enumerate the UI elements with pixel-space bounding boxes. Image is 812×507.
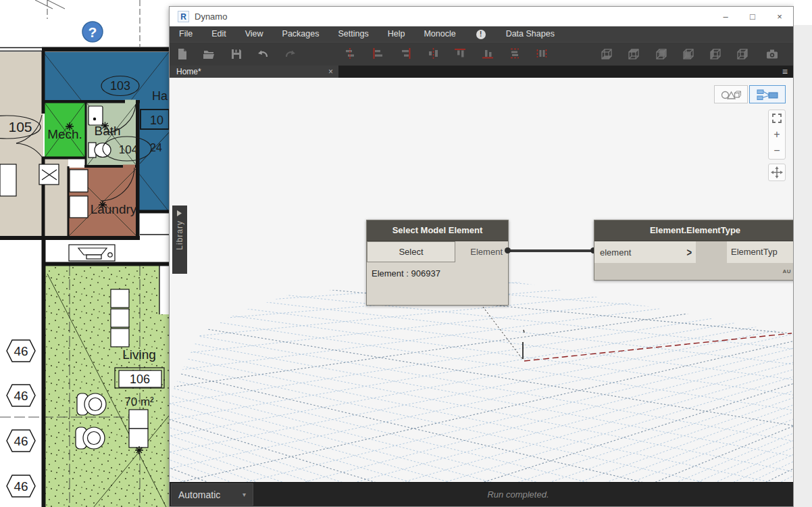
- menu-data-shapes[interactable]: Data Shapes: [497, 26, 564, 42]
- library-flyout-tab[interactable]: Library: [172, 206, 187, 274]
- distribute-horizontal-icon[interactable]: [535, 47, 550, 62]
- library-arrow-icon: [177, 210, 182, 216]
- label-mech: Mech.: [47, 127, 82, 141]
- run-mode-dropdown[interactable]: Automatic ▾: [171, 483, 253, 506]
- fit-view-button[interactable]: [769, 110, 785, 126]
- view-cube-top-icon[interactable]: [626, 47, 641, 62]
- node-header[interactable]: Element.ElementType: [594, 220, 793, 241]
- svg-text:10: 10: [150, 114, 163, 127]
- input-port-label: element: [600, 247, 631, 258]
- grid-bubble-46-2[interactable]: 46: [7, 385, 35, 406]
- zoom-in-button[interactable]: +: [769, 126, 785, 143]
- chevron-right-icon[interactable]: >: [686, 246, 692, 259]
- tab-bar: Home* × ≡: [170, 66, 793, 78]
- open-file-icon[interactable]: [201, 47, 216, 62]
- graph-view-toggle[interactable]: [749, 85, 786, 103]
- lacing-indicator[interactable]: AU: [594, 263, 793, 280]
- pan-button[interactable]: [768, 164, 786, 181]
- menu-file[interactable]: File: [170, 26, 202, 42]
- menu-monocle[interactable]: Monocle: [414, 26, 465, 42]
- menu-bar: File Edit View Packages Settings Help Mo…: [170, 26, 793, 42]
- selected-element-value: Element : 906937: [367, 262, 508, 305]
- graph-canvas[interactable]: Library Select Model Element Select Elem…: [170, 78, 793, 482]
- new-file-icon[interactable]: [175, 47, 190, 62]
- room-fill-beige: [0, 52, 43, 238]
- run-status-text: Run completed.: [457, 483, 579, 506]
- reference-plane-red-line: [524, 333, 792, 361]
- node-body: [696, 241, 727, 263]
- svg-text:46: 46: [14, 344, 28, 358]
- align-bottom-icon[interactable]: [481, 47, 496, 62]
- svg-text:24: 24: [150, 142, 162, 153]
- view-cube-front-icon[interactable]: [681, 47, 696, 62]
- close-button[interactable]: ×: [766, 7, 793, 26]
- zoom-out-button[interactable]: −: [769, 143, 785, 159]
- view-cube-bottom-icon[interactable]: [599, 47, 614, 62]
- svg-text:103: 103: [110, 79, 130, 93]
- bottom-bar: Automatic ▾ Run completed.: [170, 482, 793, 506]
- grid-bubble-46-1[interactable]: 46: [7, 340, 35, 362]
- wire-start-dot[interactable]: [505, 247, 511, 254]
- align-y-center-icon[interactable]: [426, 47, 441, 62]
- label-living: Living: [122, 347, 156, 362]
- chevron-down-icon: ▾: [243, 491, 246, 498]
- node-header[interactable]: Select Model Element: [367, 220, 508, 241]
- input-port-element[interactable]: element >: [594, 241, 696, 263]
- output-port-element[interactable]: Element: [455, 241, 508, 262]
- desktop-margin: [794, 0, 812, 507]
- align-left-icon[interactable]: [371, 47, 386, 62]
- select-element-button[interactable]: Select: [367, 241, 455, 262]
- menu-packages[interactable]: Packages: [273, 26, 329, 42]
- dynamo-window: R Dynamo – □ × File Edit View Packages S…: [169, 6, 794, 507]
- svg-text:?: ?: [88, 24, 97, 40]
- help-icon[interactable]: ?: [82, 22, 103, 42]
- menu-edit[interactable]: Edit: [202, 26, 236, 42]
- grid-bubble-46-4[interactable]: 46: [7, 475, 35, 497]
- label-hall: Ha: [152, 89, 168, 103]
- toolbar: [170, 42, 793, 66]
- window-title: Dynamo: [195, 11, 227, 22]
- node-select-model-element[interactable]: Select Model Element Select Element Elem…: [366, 220, 509, 306]
- save-icon[interactable]: [229, 47, 244, 62]
- output-port-elementtype[interactable]: ElementTyp: [727, 241, 793, 263]
- tab-overflow-menu-icon[interactable]: ≡: [782, 66, 788, 78]
- tab-home-label: Home*: [176, 67, 201, 76]
- room-tag-106[interactable]: 106: [130, 372, 150, 386]
- view-cube-right-icon[interactable]: [735, 47, 750, 62]
- tab-home[interactable]: Home* ×: [170, 66, 338, 78]
- align-right-icon[interactable]: [399, 47, 413, 62]
- revit-logo-icon: R: [178, 11, 189, 22]
- minimize-button[interactable]: –: [712, 7, 739, 26]
- revit-floorplan: 46 46 46 46 103 104 105 10 Ha 24 Mech.: [0, 0, 169, 507]
- align-top-icon[interactable]: [453, 47, 468, 62]
- tab-close-icon[interactable]: ×: [328, 67, 333, 76]
- svg-text:46: 46: [14, 479, 28, 493]
- undo-icon[interactable]: [255, 47, 270, 62]
- library-tab-label: Library: [175, 220, 184, 250]
- view-cube-back-icon[interactable]: [654, 47, 669, 62]
- camera-export-icon[interactable]: [765, 47, 780, 62]
- redo-icon[interactable]: [283, 47, 298, 62]
- node-element-elementtype[interactable]: Element.ElementType element > ElementTyp…: [594, 220, 793, 281]
- geometry-shapes-icon: [721, 89, 741, 100]
- maximize-button[interactable]: □: [739, 7, 766, 26]
- title-bar: R Dynamo – □ ×: [170, 7, 793, 26]
- view-cube-left-icon[interactable]: [708, 47, 723, 62]
- run-mode-value: Automatic: [178, 489, 220, 500]
- menu-view[interactable]: View: [236, 26, 273, 42]
- svg-text:46: 46: [14, 434, 28, 448]
- grid-bubble-46-3[interactable]: 46: [7, 430, 35, 452]
- menu-settings[interactable]: Settings: [328, 26, 378, 42]
- svg-text:105: 105: [8, 119, 32, 135]
- grid-bubbles: 46 46 46 46: [7, 340, 35, 497]
- notification-alert-icon[interactable]: !: [476, 30, 486, 39]
- pan-arrows-icon: [771, 166, 783, 178]
- connector-wire[interactable]: [507, 249, 594, 252]
- align-x-center-icon[interactable]: [343, 47, 358, 62]
- distribute-vertical-icon[interactable]: [508, 47, 523, 62]
- svg-text:104: 104: [119, 143, 138, 156]
- label-laundry: Laundry: [91, 202, 137, 216]
- menu-help[interactable]: Help: [378, 26, 415, 42]
- geometry-preview-toggle[interactable]: [714, 85, 748, 103]
- svg-text:46: 46: [14, 389, 28, 403]
